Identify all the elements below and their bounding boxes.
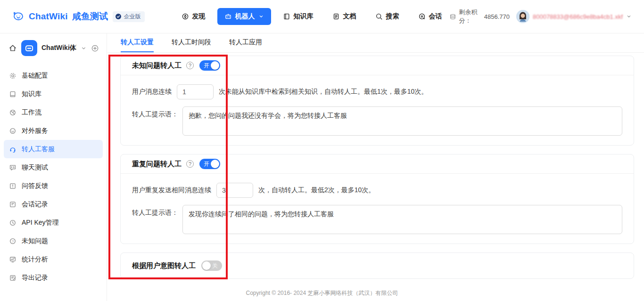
unknown-question-toggle[interactable]: 开	[199, 60, 220, 71]
section-body: 用户消息连续 次未能从知识库中检索到相关知识，自动转人工。最低1次，最多10次。…	[121, 75, 634, 145]
brand-area[interactable]: ChatWiki 咸鱼测试 企业版	[12, 10, 161, 23]
threshold-suffix: 次，自动转人工。最低2次，最多10次。	[258, 186, 375, 195]
tab-label: 转人工应用	[229, 38, 262, 47]
section-header: 未知问题转人工 ? 开	[121, 56, 634, 75]
unknown-prompt-textarea[interactable]: 抱歉，您问的问题我还没有学会，将为您转接人工客服	[182, 106, 622, 136]
sidebar-item-label: 会话记录	[22, 200, 48, 209]
knowledge-icon	[283, 13, 290, 20]
nav-label: 发现	[192, 12, 206, 21]
sidebar-item-basic-config[interactable]: 基础配置	[4, 66, 103, 85]
brand-name: ChatWiki	[29, 11, 68, 22]
nav-item-robot[interactable]: 机器人	[217, 8, 271, 25]
sidebar-item-label: API Key管理	[22, 219, 59, 227]
sidebar-item-api-key[interactable]: API Key管理	[4, 213, 103, 232]
sidebar-item-label: 聊天测试	[22, 163, 48, 172]
unknown-count-input[interactable]	[177, 84, 214, 99]
sidebar: ChatWiki体验... 基础配置	[0, 33, 107, 301]
home-icon[interactable]	[8, 44, 17, 52]
sidebar-item-stats[interactable]: 统计分析	[4, 250, 103, 268]
credits-label: 剩余积分：	[459, 8, 481, 25]
sidebar-item-label: 问答反馈	[22, 182, 48, 190]
nav-item-document[interactable]: 文档	[325, 8, 363, 25]
nav-item-knowledge[interactable]: 知识库	[276, 8, 321, 25]
headset-icon	[9, 146, 17, 153]
sidebar-item-export[interactable]: 导出记录	[4, 268, 103, 287]
sidebar-item-session-record[interactable]: 会话记录	[4, 195, 103, 213]
nav-label: 搜索	[386, 12, 399, 21]
chevron-down-icon[interactable]	[81, 45, 87, 51]
chevron-down-icon	[626, 14, 632, 19]
add-robot-icon[interactable]	[91, 44, 99, 52]
service-icon	[9, 127, 17, 135]
top-header: ChatWiki 咸鱼测试 企业版 发现	[0, 0, 644, 33]
intent-transfer-toggle[interactable]: 关	[201, 260, 222, 271]
tab-transfer-time[interactable]: 转人工时间段	[172, 33, 211, 52]
tab-transfer-settings[interactable]: 转人工设置	[121, 33, 154, 52]
section-repeat-question-transfer: 重复问题转人工 ? 开 用户重复发送相同消息连续 次，自动转人工。最低2次，最多…	[120, 154, 634, 244]
prompt-row: 转人工提示语： 抱歉，您问的问题我还没有学会，将为您转接人工客服	[132, 106, 622, 136]
repeat-prompt-textarea[interactable]: 发现你连续问了相同的问题，将为您转接人工客服	[182, 205, 622, 234]
sidebar-item-workflow[interactable]: 工作流	[4, 103, 103, 122]
chat-test-icon	[9, 164, 17, 171]
sidebar-item-qa-feedback[interactable]: 问答反馈	[4, 177, 103, 195]
nav-label: 知识库	[294, 12, 314, 21]
coins-icon	[449, 13, 456, 20]
toggle-knob	[202, 261, 211, 270]
prompt-label: 转人工提示语：	[132, 106, 178, 119]
plan-badge-label: 企业版	[124, 13, 141, 21]
threshold-row: 用户消息连续 次未能从知识库中检索到相关知识，自动转人工。最低1次，最多10次。	[132, 84, 622, 99]
threshold-prefix: 用户重复发送相同消息连续	[132, 186, 211, 195]
sidebar-item-label: 基础配置	[22, 72, 48, 80]
robot-avatar[interactable]	[21, 40, 37, 56]
document-icon	[332, 13, 340, 20]
workspace-title: 咸鱼测试	[72, 10, 108, 23]
sidebar-item-human-transfer[interactable]: 转人工客服	[4, 140, 103, 158]
nav-label: 文档	[343, 12, 356, 21]
help-icon[interactable]: ?	[186, 62, 194, 69]
workspace-selector: ChatWiki体验...	[0, 33, 107, 62]
nav-item-search[interactable]: 搜索	[368, 8, 406, 25]
nav-item-discover[interactable]: 发现	[174, 8, 213, 25]
section-title: 根据用户意图转人工	[132, 261, 196, 270]
toggle-state-label: 开	[204, 159, 209, 169]
avatar	[516, 10, 529, 23]
section-intent-transfer: 根据用户意图转人工 关	[120, 252, 634, 279]
sidebar-menu: 基础配置 知识库 工作流	[0, 62, 107, 287]
threshold-row: 用户重复发送相同消息连续 次，自动转人工。最低2次，最多10次。	[132, 183, 622, 198]
chatwiki-logo-icon	[12, 10, 25, 23]
nav-item-conversation[interactable]: 会话	[411, 8, 449, 25]
settings-tabs: 转人工设置 转人工时间段 转人工应用	[107, 33, 644, 53]
section-body: 用户重复发送相同消息连续 次，自动转人工。最低2次，最多10次。 转人工提示语：…	[121, 174, 634, 244]
account-name: 800078833@686c9e8ba4cb1.xkf	[533, 13, 623, 20]
section-header: 重复问题转人工 ? 开	[121, 155, 634, 174]
tab-label: 转人工时间段	[172, 38, 211, 47]
sidebar-item-unknown-question[interactable]: ? 未知问题	[4, 232, 103, 250]
sidebar-item-label: 未知问题	[22, 237, 48, 245]
repeat-question-toggle[interactable]: 开	[199, 159, 220, 169]
plan-badge: 企业版	[113, 11, 145, 22]
chevron-down-icon	[258, 14, 264, 19]
nav-label: 会话	[429, 12, 442, 21]
gear-icon	[9, 72, 17, 80]
repeat-count-input[interactable]	[216, 183, 253, 198]
sidebar-item-external-service[interactable]: 对外服务	[4, 122, 103, 140]
account-menu[interactable]: 800078833@686c9e8ba4cb1.xkf	[516, 10, 632, 23]
sidebar-item-label: 转人工客服	[22, 145, 55, 154]
help-icon[interactable]: ?	[186, 160, 194, 168]
section-title: 重复问题转人工	[132, 160, 182, 169]
session-record-icon	[9, 201, 17, 208]
toggle-state-label: 关	[212, 260, 218, 271]
unknown-question-icon: ?	[9, 237, 17, 245]
sidebar-item-label: 对外服务	[22, 127, 48, 135]
toggle-knob	[211, 160, 219, 168]
tab-transfer-apps[interactable]: 转人工应用	[229, 33, 262, 52]
sidebar-item-label: 导出记录	[22, 274, 48, 282]
sidebar-item-knowledge[interactable]: 知识库	[4, 85, 103, 103]
sidebar-item-chat-test[interactable]: 聊天测试	[4, 158, 103, 177]
credits-display: 剩余积分： 4856.770	[449, 8, 510, 25]
workspace-name[interactable]: ChatWiki体验...	[41, 44, 76, 52]
sidebar-item-label: 统计分析	[22, 255, 48, 264]
conversation-icon	[418, 13, 426, 20]
section-unknown-question-transfer: 未知问题转人工 ? 开 用户消息连续 次未能从知识库中检索到相关知识，自动转人工…	[120, 56, 634, 146]
main-panel: 转人工设置 转人工时间段 转人工应用 未知问题转人工 ? 开 用户消息连续	[107, 33, 644, 301]
